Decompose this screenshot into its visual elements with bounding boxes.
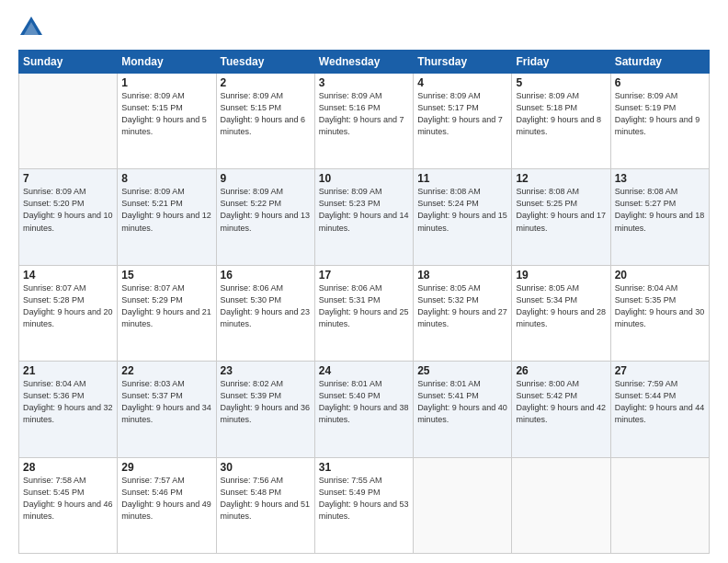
calendar-cell: 3Sunrise: 8:09 AMSunset: 5:16 PMDaylight… [314, 74, 413, 169]
day-number: 13 [615, 172, 705, 185]
calendar-cell [414, 457, 512, 553]
calendar-cell [610, 457, 709, 553]
day-info: Sunrise: 8:00 AMSunset: 5:42 PMDaylight:… [516, 378, 606, 426]
logo [18, 15, 50, 40]
day-number: 23 [221, 364, 311, 377]
page: SundayMondayTuesdayWednesdayThursdayFrid… [0, 0, 728, 563]
day-number: 12 [516, 172, 606, 185]
day-info: Sunrise: 8:08 AMSunset: 5:24 PMDaylight:… [417, 186, 507, 234]
weekday-header-thursday: Thursday [414, 51, 512, 74]
weekday-header-friday: Friday [512, 51, 610, 74]
calendar-week-row: 1Sunrise: 8:09 AMSunset: 5:15 PMDaylight… [19, 74, 710, 169]
calendar-cell: 22Sunrise: 8:03 AMSunset: 5:37 PMDayligh… [118, 362, 216, 457]
calendar-table: SundayMondayTuesdayWednesdayThursdayFrid… [18, 50, 710, 554]
weekday-header-sunday: Sunday [19, 51, 118, 74]
calendar-week-row: 7Sunrise: 8:09 AMSunset: 5:20 PMDaylight… [19, 169, 710, 265]
day-info: Sunrise: 8:09 AMSunset: 5:23 PMDaylight:… [319, 186, 409, 234]
weekday-header-monday: Monday [118, 51, 216, 74]
day-info: Sunrise: 8:08 AMSunset: 5:25 PMDaylight:… [516, 186, 606, 234]
day-info: Sunrise: 8:01 AMSunset: 5:40 PMDaylight:… [319, 378, 409, 426]
day-number: 21 [23, 364, 113, 377]
day-info: Sunrise: 8:06 AMSunset: 5:30 PMDaylight:… [221, 282, 311, 330]
calendar-cell: 26Sunrise: 8:00 AMSunset: 5:42 PMDayligh… [512, 362, 610, 457]
calendar-cell [512, 457, 610, 553]
day-info: Sunrise: 8:04 AMSunset: 5:36 PMDaylight:… [23, 378, 113, 426]
day-info: Sunrise: 8:09 AMSunset: 5:15 PMDaylight:… [221, 90, 311, 138]
calendar-cell: 12Sunrise: 8:08 AMSunset: 5:25 PMDayligh… [512, 169, 610, 265]
day-number: 11 [417, 172, 507, 185]
day-info: Sunrise: 8:02 AMSunset: 5:39 PMDaylight:… [221, 378, 311, 426]
weekday-header-wednesday: Wednesday [314, 51, 413, 74]
day-info: Sunrise: 8:09 AMSunset: 5:17 PMDaylight:… [417, 90, 507, 138]
day-number: 2 [221, 76, 311, 89]
day-info: Sunrise: 7:56 AMSunset: 5:48 PMDaylight:… [221, 475, 311, 523]
calendar-cell: 31Sunrise: 7:55 AMSunset: 5:49 PMDayligh… [314, 457, 413, 553]
calendar-cell: 25Sunrise: 8:01 AMSunset: 5:41 PMDayligh… [414, 362, 512, 457]
calendar-cell: 29Sunrise: 7:57 AMSunset: 5:46 PMDayligh… [118, 457, 216, 553]
calendar-cell: 2Sunrise: 8:09 AMSunset: 5:15 PMDaylight… [216, 74, 314, 169]
weekday-header-saturday: Saturday [610, 51, 709, 74]
calendar-cell: 28Sunrise: 7:58 AMSunset: 5:45 PMDayligh… [19, 457, 118, 553]
day-number: 16 [221, 269, 311, 282]
day-number: 20 [615, 269, 705, 282]
day-info: Sunrise: 8:09 AMSunset: 5:20 PMDaylight:… [23, 186, 113, 234]
day-info: Sunrise: 7:57 AMSunset: 5:46 PMDaylight:… [121, 475, 211, 523]
day-number: 24 [319, 364, 409, 377]
day-number: 25 [417, 364, 507, 377]
calendar-week-row: 21Sunrise: 8:04 AMSunset: 5:36 PMDayligh… [19, 362, 710, 457]
logo-icon [18, 15, 44, 40]
day-info: Sunrise: 8:05 AMSunset: 5:32 PMDaylight:… [417, 282, 507, 330]
day-number: 7 [23, 172, 113, 185]
day-info: Sunrise: 8:05 AMSunset: 5:34 PMDaylight:… [516, 282, 606, 330]
day-number: 1 [121, 76, 211, 89]
day-info: Sunrise: 8:09 AMSunset: 5:15 PMDaylight:… [121, 90, 211, 138]
day-info: Sunrise: 7:58 AMSunset: 5:45 PMDaylight:… [23, 475, 113, 523]
calendar-cell: 21Sunrise: 8:04 AMSunset: 5:36 PMDayligh… [19, 362, 118, 457]
day-number: 9 [221, 172, 311, 185]
calendar-cell: 11Sunrise: 8:08 AMSunset: 5:24 PMDayligh… [414, 169, 512, 265]
day-number: 22 [121, 364, 211, 377]
calendar-cell: 6Sunrise: 8:09 AMSunset: 5:19 PMDaylight… [610, 74, 709, 169]
calendar-cell: 19Sunrise: 8:05 AMSunset: 5:34 PMDayligh… [512, 265, 610, 361]
day-info: Sunrise: 8:07 AMSunset: 5:28 PMDaylight:… [23, 282, 113, 330]
day-number: 3 [319, 76, 409, 89]
day-number: 27 [615, 364, 705, 377]
day-number: 6 [615, 76, 705, 89]
calendar-cell: 16Sunrise: 8:06 AMSunset: 5:30 PMDayligh… [216, 265, 314, 361]
day-info: Sunrise: 8:09 AMSunset: 5:21 PMDaylight:… [121, 186, 211, 234]
day-number: 29 [121, 461, 211, 474]
day-number: 19 [516, 269, 606, 282]
calendar-cell: 9Sunrise: 8:09 AMSunset: 5:22 PMDaylight… [216, 169, 314, 265]
day-number: 30 [221, 461, 311, 474]
day-number: 31 [319, 461, 409, 474]
calendar-cell: 18Sunrise: 8:05 AMSunset: 5:32 PMDayligh… [414, 265, 512, 361]
weekday-header-tuesday: Tuesday [216, 51, 314, 74]
calendar-cell: 5Sunrise: 8:09 AMSunset: 5:18 PMDaylight… [512, 74, 610, 169]
calendar-cell: 13Sunrise: 8:08 AMSunset: 5:27 PMDayligh… [610, 169, 709, 265]
day-info: Sunrise: 8:09 AMSunset: 5:22 PMDaylight:… [221, 186, 311, 234]
calendar-cell: 23Sunrise: 8:02 AMSunset: 5:39 PMDayligh… [216, 362, 314, 457]
day-number: 5 [516, 76, 606, 89]
calendar-cell: 27Sunrise: 7:59 AMSunset: 5:44 PMDayligh… [610, 362, 709, 457]
calendar-cell [19, 74, 118, 169]
calendar-week-row: 14Sunrise: 8:07 AMSunset: 5:28 PMDayligh… [19, 265, 710, 361]
day-info: Sunrise: 7:59 AMSunset: 5:44 PMDaylight:… [615, 378, 705, 426]
calendar-cell: 14Sunrise: 8:07 AMSunset: 5:28 PMDayligh… [19, 265, 118, 361]
day-number: 17 [319, 269, 409, 282]
day-number: 18 [417, 269, 507, 282]
calendar-cell: 17Sunrise: 8:06 AMSunset: 5:31 PMDayligh… [314, 265, 413, 361]
day-number: 26 [516, 364, 606, 377]
calendar-cell: 10Sunrise: 8:09 AMSunset: 5:23 PMDayligh… [314, 169, 413, 265]
day-info: Sunrise: 7:55 AMSunset: 5:49 PMDaylight:… [319, 475, 409, 523]
calendar-week-row: 28Sunrise: 7:58 AMSunset: 5:45 PMDayligh… [19, 457, 710, 553]
day-number: 4 [417, 76, 507, 89]
day-info: Sunrise: 8:06 AMSunset: 5:31 PMDaylight:… [319, 282, 409, 330]
day-number: 10 [319, 172, 409, 185]
day-info: Sunrise: 8:03 AMSunset: 5:37 PMDaylight:… [121, 378, 211, 426]
day-number: 15 [121, 269, 211, 282]
calendar-cell: 4Sunrise: 8:09 AMSunset: 5:17 PMDaylight… [414, 74, 512, 169]
day-info: Sunrise: 8:04 AMSunset: 5:35 PMDaylight:… [615, 282, 705, 330]
calendar-cell: 8Sunrise: 8:09 AMSunset: 5:21 PMDaylight… [118, 169, 216, 265]
calendar-cell: 7Sunrise: 8:09 AMSunset: 5:20 PMDaylight… [19, 169, 118, 265]
calendar-cell: 1Sunrise: 8:09 AMSunset: 5:15 PMDaylight… [118, 74, 216, 169]
